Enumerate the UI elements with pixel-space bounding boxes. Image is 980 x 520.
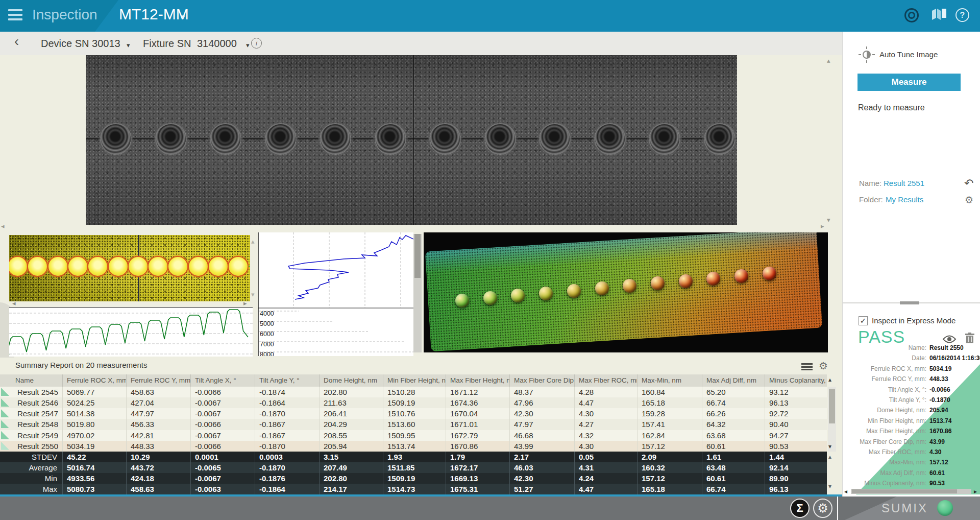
summary-title: Summary Report on 20 measurements	[15, 361, 147, 369]
table-row[interactable]: Result 25505034.19448.33-0.0066-0.187020…	[0, 441, 827, 452]
scrollbar-thumb[interactable]	[852, 489, 957, 493]
table-row[interactable]: Result 25455069.77458.63-0.0066-0.187420…	[0, 387, 827, 397]
column-header[interactable]: Ferrule ROC X, mm	[62, 374, 126, 387]
fiber-endface	[321, 124, 350, 154]
detail-value: 4.30	[929, 448, 980, 456]
table-cell: 48.37	[509, 387, 574, 397]
ferrule-image-view[interactable]	[86, 55, 737, 225]
column-header[interactable]: Tilt Angle X, °	[190, 374, 255, 387]
detected-fiber-circle	[128, 256, 149, 277]
table-cell: -0.0066	[190, 419, 255, 430]
column-header[interactable]: Max Fiber ROC, mm	[574, 374, 637, 387]
table-cell: 208.55	[319, 430, 383, 441]
express-mode-checkbox[interactable]: ✓	[859, 316, 868, 325]
chevron-down-icon[interactable]: ▾	[246, 41, 250, 49]
trash-icon[interactable]	[965, 333, 974, 346]
result-name-link[interactable]: Result 2551	[884, 179, 924, 187]
scroll-right-icon[interactable]: ▸	[821, 223, 824, 229]
scroll-right-icon[interactable]: ▸	[974, 488, 977, 495]
table-cell: 157.12	[637, 441, 702, 452]
device-sn-dropdown[interactable]: Device SN 30013	[41, 38, 120, 50]
chevron-down-icon[interactable]: ▾	[127, 41, 130, 49]
stats-cell: 1.44	[765, 452, 827, 462]
chevron-down-icon[interactable]: ▾	[181, 12, 185, 21]
scroll-down-icon[interactable]: ▾	[827, 217, 830, 223]
horizontal-scrollbar[interactable]	[851, 489, 971, 494]
help-icon[interactable]: ?	[955, 8, 969, 22]
stats-cell: 5080.73	[62, 484, 126, 494]
settings-gear-button[interactable]: ⚙	[813, 499, 832, 518]
column-header[interactable]: Min Fiber Height, nm	[383, 374, 446, 387]
splitter-handle[interactable]	[900, 301, 919, 304]
crosshair-vertical	[413, 55, 414, 225]
scroll-up-icon[interactable]: ▴	[828, 376, 831, 383]
fiber-sphere-3d	[734, 269, 748, 283]
scroll-down-icon[interactable]: ▾	[828, 483, 831, 489]
column-header[interactable]: Tilt Angle Y, °	[255, 374, 319, 387]
measure-button[interactable]: Measure	[857, 74, 961, 91]
column-header[interactable]: Max Fiber Core Dip, nm	[509, 374, 574, 387]
detail-label: Name:	[847, 344, 926, 351]
brand-logo-icon	[937, 500, 953, 516]
back-button[interactable]: ‹	[14, 34, 19, 50]
stats-cell: -0.1864	[255, 484, 319, 494]
fiber-endface	[101, 124, 131, 154]
gear-icon[interactable]: ⚙	[819, 360, 828, 372]
column-header[interactable]: Max Fiber Height, nm	[446, 374, 509, 387]
scrollbar-thumb[interactable]	[829, 389, 835, 423]
detail-label: Ferrule ROC X, mm:	[847, 365, 926, 372]
table-cell: 456.33	[126, 419, 190, 430]
table-menu-icon[interactable]	[801, 363, 813, 370]
column-header[interactable]: Dome Height, nm	[319, 374, 383, 387]
table-row[interactable]: Result 25485019.80456.33-0.0066-0.186720…	[0, 419, 827, 430]
summary-sigma-button[interactable]: Σ	[790, 499, 810, 518]
column-header[interactable]: Max Adj Diff, nm	[702, 374, 765, 387]
table-cell-name: Result 2546	[13, 397, 62, 408]
scrollbar-thumb[interactable]	[414, 234, 421, 278]
scroll-left-icon[interactable]: ◂	[844, 488, 847, 495]
column-header[interactable]: Minus Coplanarity, nm	[765, 374, 827, 387]
table-row[interactable]: Result 25475014.38447.97-0.0067-0.187020…	[0, 408, 827, 419]
detail-label: Min Fiber Height, nm:	[847, 417, 926, 424]
detected-fiber-circle	[87, 256, 108, 277]
brightness-icon[interactable]	[858, 46, 875, 65]
folder-link[interactable]: My Results	[886, 195, 923, 204]
column-header[interactable]: Max-Min, nm	[637, 374, 702, 387]
detected-fiber-circle	[27, 256, 48, 277]
menu-icon[interactable]	[8, 9, 22, 22]
table-cell: 202.80	[319, 387, 383, 397]
undo-icon[interactable]: ↶	[964, 177, 973, 190]
scroll-right-icon[interactable]: ▸	[243, 300, 247, 306]
table-row[interactable]: Result 25494970.02442.81-0.0067-0.186720…	[0, 430, 827, 441]
info-icon[interactable]: i	[251, 38, 262, 49]
gear-icon[interactable]: ⚙	[965, 194, 973, 206]
scroll-left-icon[interactable]: ◂	[1, 223, 5, 229]
auto-tune-label[interactable]: Auto Tune Image	[879, 50, 938, 59]
column-header[interactable]: Ferrule ROC Y, mm	[126, 374, 190, 387]
report-book-icon[interactable]	[931, 8, 947, 22]
scroll-up-icon[interactable]: ▴	[828, 454, 831, 460]
scroll-left-icon[interactable]: ◂	[12, 300, 16, 306]
summary-header-bar: Summary Report on 20 measurements ⚙	[0, 358, 842, 374]
table-scrollbar[interactable]	[828, 387, 836, 452]
column-header[interactable]: Name	[0, 374, 62, 387]
detail-label: Minus Coplanarity, nm:	[847, 480, 926, 487]
table-cell: 1509.19	[383, 397, 446, 408]
scroll-down-icon[interactable]: ▾	[828, 443, 831, 450]
bullseye-icon[interactable]	[904, 8, 919, 22]
detail-label: Max Fiber Height, nm:	[847, 428, 926, 435]
table-row[interactable]: Result 25465024.25427.04-0.0067-0.186421…	[0, 397, 827, 408]
eye-icon[interactable]	[942, 335, 957, 346]
scroll-up-icon[interactable]: ▴	[827, 57, 830, 64]
scroll-down-icon[interactable]: ▾	[251, 291, 255, 298]
table-cell-name: Result 2547	[13, 408, 62, 419]
stats-cell: 165.18	[637, 484, 702, 494]
fixture-sn-dropdown[interactable]: 3140000	[197, 38, 237, 50]
fiber-detection-view[interactable]	[9, 235, 250, 301]
surface-3d-view[interactable]	[424, 232, 828, 352]
preset-dropdown[interactable]: MT12-MM	[119, 6, 189, 23]
row-pass-marker	[0, 430, 13, 441]
scroll-up-icon[interactable]: ▴	[251, 238, 255, 245]
table-cell: -0.0066	[190, 441, 255, 452]
vertical-scrollbar[interactable]	[413, 234, 422, 352]
